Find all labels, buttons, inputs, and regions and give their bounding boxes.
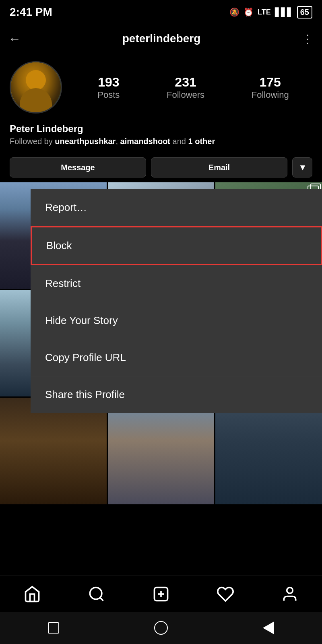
menu-item-copy-url[interactable]: Copy Profile URL	[31, 339, 322, 376]
menu-item-report[interactable]: Report…	[31, 189, 322, 226]
menu-item-restrict[interactable]: Restrict	[31, 265, 322, 302]
menu-item-share-profile[interactable]: Share this Profile	[31, 376, 322, 413]
menu-item-hide-story[interactable]: Hide Your Story	[31, 302, 322, 339]
context-menu: Report… Block Restrict Hide Your Story C…	[31, 189, 322, 413]
menu-overlay[interactable]: Report… Block Restrict Hide Your Story C…	[0, 0, 322, 644]
menu-item-block[interactable]: Block	[31, 226, 322, 265]
